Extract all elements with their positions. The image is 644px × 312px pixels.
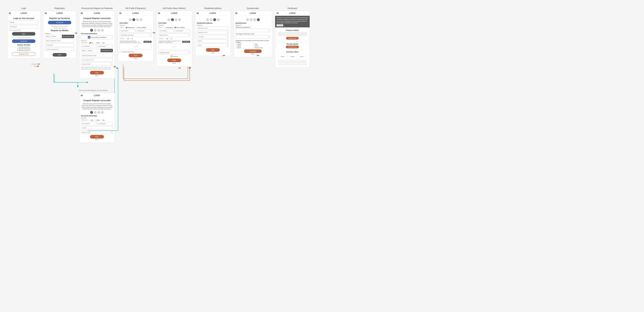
mob-email-input[interactable] — [81, 126, 113, 130]
reg-hamburger-icon[interactable] — [45, 13, 47, 14]
ra-back-link[interactable]: Back — [197, 52, 229, 54]
ra-next-button[interactable]: Next — [206, 48, 220, 52]
q2-input[interactable] — [236, 35, 270, 39]
have-children-option[interactable]: Have children — [136, 27, 146, 28]
country-input[interactable] — [197, 35, 229, 39]
kc-dob-input[interactable] — [158, 34, 190, 37]
kc-f-radio[interactable] — [170, 38, 171, 40]
pregnancy-option[interactable]: Pregnancy — [126, 27, 134, 28]
password-input[interactable] — [9, 25, 38, 29]
mob-mr-option[interactable]: Mr. — [101, 119, 105, 121]
password-reg-input[interactable] — [45, 43, 74, 47]
kc-next-button[interactable]: Next — [167, 59, 182, 62]
kc-first-name[interactable] — [158, 29, 174, 33]
nestle-check[interactable] — [253, 45, 254, 47]
mob-first-name[interactable] — [81, 122, 96, 125]
hamburger-icon[interactable] — [9, 13, 11, 14]
q-back-link[interactable]: Back — [236, 53, 270, 55]
pregnancy-radio[interactable] — [126, 27, 127, 28]
kc-gender-f[interactable]: F — [170, 38, 172, 40]
kc-have-children-option[interactable]: Have children — [174, 27, 185, 28]
pi-mob-next-button[interactable]: Next — [90, 135, 104, 139]
kc-upload-btn[interactable]: Upload file — [182, 41, 190, 43]
q-hamburger-icon[interactable] — [235, 13, 238, 14]
pi-fb-next-button[interactable]: Next — [90, 71, 104, 75]
mob-mr-radio[interactable] — [101, 120, 102, 121]
brand-nestle[interactable]: Nestle — [253, 45, 270, 47]
mead-check[interactable] — [253, 47, 254, 48]
abbott-check[interactable] — [236, 47, 237, 48]
upload-cert-btn[interactable]: Upload file — [144, 41, 152, 43]
forgot-password-link[interactable]: Forgot Password? — [9, 29, 38, 31]
gender-m[interactable]: M — [126, 38, 129, 40]
mob-miss-radio[interactable] — [95, 120, 96, 121]
pi-fb-hamburger-icon[interactable] — [81, 13, 83, 14]
analyze-button[interactable]: Analyze Now — [286, 37, 299, 40]
brand-friso[interactable]: Friso — [253, 44, 270, 45]
first-name-input[interactable] — [81, 45, 96, 48]
friso-check[interactable] — [253, 44, 254, 45]
brand-mead[interactable]: Mead Johnson — [253, 47, 270, 48]
last-name-input[interactable] — [97, 45, 113, 48]
kc-m-radio[interactable] — [165, 38, 166, 40]
kp-next-button[interactable]: Next — [128, 54, 143, 57]
wyeth-check[interactable] — [236, 45, 237, 47]
kc-hamburger-icon[interactable] — [158, 13, 160, 14]
miss-radio[interactable] — [95, 42, 96, 44]
pi-mobile-input[interactable] — [86, 49, 100, 52]
kp-first-name[interactable] — [120, 29, 135, 33]
pi-sms-input[interactable] — [81, 54, 113, 57]
address1-input[interactable] — [197, 27, 229, 30]
gender-f[interactable]: F — [130, 38, 133, 40]
twins-checkbox[interactable] — [120, 51, 121, 53]
miss-option[interactable]: Miss — [95, 42, 100, 44]
facebook-login-button[interactable]: Facebook — [12, 39, 35, 43]
kc-have-children-radio[interactable] — [174, 27, 176, 28]
upload-now-button[interactable]: Upoload Now — [286, 46, 299, 48]
q1-input[interactable] — [236, 29, 270, 32]
add-kid-button[interactable]: + Add kid — [158, 55, 190, 58]
f-radio[interactable] — [130, 38, 132, 40]
mob-miss-option[interactable]: Miss — [95, 119, 100, 121]
dash-hamburger-icon[interactable] — [276, 13, 279, 14]
sms-code-input[interactable] — [45, 39, 74, 43]
login-button[interactable]: login — [12, 32, 35, 36]
address2-input[interactable] — [197, 31, 229, 34]
m-radio[interactable] — [126, 38, 127, 40]
mr-radio[interactable] — [101, 42, 102, 44]
get-verification-btn[interactable]: Get verification code — [62, 35, 74, 38]
hospital-input[interactable] — [158, 51, 190, 54]
pi-fb-back-link[interactable]: Back — [81, 75, 113, 76]
facebook-register-button[interactable]: Facebook — [48, 21, 71, 24]
kp-back-link[interactable]: Back — [120, 58, 152, 59]
state-input[interactable] — [197, 39, 229, 43]
pi-email-input[interactable] — [81, 58, 113, 62]
kc-back-link[interactable]: Back — [158, 63, 190, 64]
complete-button[interactable]: Complete — [244, 49, 262, 53]
mr-option[interactable]: Mr. — [101, 42, 105, 44]
pi-verify-btn[interactable]: Get verification code — [100, 49, 113, 52]
brand-aptamil[interactable]: Aptamil — [236, 44, 252, 45]
aptamil-check[interactable] — [236, 44, 237, 45]
confirm-password-input[interactable] — [45, 48, 74, 51]
mob-ms-radio[interactable] — [90, 120, 91, 121]
mob-dob-input[interactable] — [81, 131, 113, 134]
kc-pregnancy-option[interactable]: Pregnancy — [164, 27, 173, 28]
area-input[interactable] — [197, 44, 229, 47]
kp-last-name[interactable] — [136, 29, 152, 33]
mobile-reg-input[interactable] — [51, 35, 61, 38]
kc-pregnancy-radio[interactable] — [164, 27, 166, 28]
pi-mob-hamburger-icon[interactable] — [81, 95, 83, 96]
kp-hamburger-icon[interactable] — [119, 13, 122, 14]
brand-wyeth[interactable]: Wyeth — [236, 45, 252, 47]
register-now-button[interactable]: Register Now — [12, 52, 35, 56]
mob-last-name[interactable] — [97, 122, 113, 125]
ms-option[interactable]: Ms. — [90, 42, 94, 44]
pi-dob-input[interactable] — [81, 63, 113, 66]
mob-ms-option[interactable]: Ms. — [90, 119, 94, 121]
kc-last-name[interactable] — [174, 29, 190, 33]
have-children-radio[interactable] — [136, 27, 137, 28]
pi-mob-back-link[interactable]: Back — [81, 139, 113, 141]
ra-hamburger-icon[interactable] — [196, 13, 199, 14]
mobile-input[interactable] — [9, 21, 38, 24]
